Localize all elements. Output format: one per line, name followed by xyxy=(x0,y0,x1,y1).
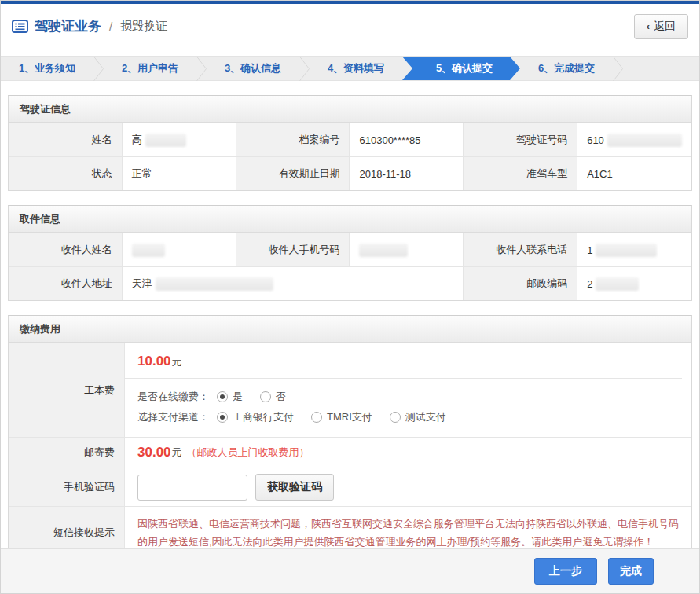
back-button-label: 返回 xyxy=(654,20,676,34)
page-title: 损毁换证 xyxy=(120,19,167,34)
radio-unchecked-icon[interactable] xyxy=(311,412,322,423)
field-value-recipient-name xyxy=(123,233,236,266)
steps-bar: 1、业务须知 2、用户申告 3、确认信息 4、资料填写 5、确认提交 6、完成提… xyxy=(1,56,699,81)
step-5-confirm-submit-active[interactable]: 5、确认提交 xyxy=(402,57,520,80)
step-separator-icon xyxy=(196,57,207,80)
radio-label: 是 xyxy=(233,390,243,404)
redaction-blur xyxy=(156,277,273,291)
field-label-postage: 邮寄费 xyxy=(9,438,125,468)
table-row: 收件人地址 天津 邮政编码 2 xyxy=(9,266,691,300)
field-value-contact-phone: 1 xyxy=(577,233,691,266)
footer-action-bar: 上一步 完成 xyxy=(1,548,699,593)
sms-code-content: 获取验证码 xyxy=(125,468,691,506)
redaction-blur xyxy=(596,244,657,257)
field-value-status: 正常 xyxy=(123,157,236,190)
fee-row-production: 工本费 10.00元 是否在线缴费： 是 否 选择支付渠道： xyxy=(9,343,691,437)
chevron-left-icon: ‹ xyxy=(647,20,650,32)
field-value-postal-code: 2 xyxy=(577,267,691,300)
redaction-blur xyxy=(132,244,165,257)
radio-channel-tmri[interactable]: TMRI支付 xyxy=(311,410,372,424)
field-value-expiry: 2018-11-18 xyxy=(350,157,464,190)
table-row: 收件人姓名 收件人手机号码 收件人联系电话 1 xyxy=(9,233,691,266)
value-text: 天津 xyxy=(132,277,152,291)
field-value-vehicle-type: A1C1 xyxy=(577,157,691,190)
step-6-finish-submit[interactable]: 6、完成提交 xyxy=(520,57,613,80)
field-label-vehicle-type: 准驾车型 xyxy=(464,157,577,190)
step-4-fill-material[interactable]: 4、资料填写 xyxy=(310,57,402,80)
finish-button[interactable]: 完成 xyxy=(608,558,654,585)
step-3-confirm-info[interactable]: 3、确认信息 xyxy=(207,57,299,80)
radio-online-pay-no[interactable]: 否 xyxy=(260,390,286,404)
section-title: 取件信息 xyxy=(9,206,691,233)
back-button[interactable]: ‹ 返回 xyxy=(634,14,688,39)
fee-row-sms-code: 手机验证码 获取验证码 xyxy=(9,468,691,506)
radio-label: 工商银行支付 xyxy=(233,410,294,424)
production-fee-amount: 10.00元 xyxy=(125,343,682,379)
field-label-status: 状态 xyxy=(9,157,123,190)
table-row: 姓名 高 档案编号 610300****85 驾驶证号码 610 xyxy=(9,123,691,156)
field-label-expiry: 有效期止日期 xyxy=(236,157,350,190)
section-pickup-info: 取件信息 收件人姓名 收件人手机号码 收件人联系电话 1 收件人地址 天津 邮政… xyxy=(8,205,692,301)
field-label-postal-code: 邮政编码 xyxy=(464,267,577,300)
postage-fee-content: 30.00元 （邮政人员上门收取费用） xyxy=(125,438,691,468)
sms-code-input[interactable] xyxy=(137,475,247,500)
fee-amount-number: 30.00 xyxy=(137,445,171,460)
field-label-recipient-mobile: 收件人手机号码 xyxy=(236,233,350,266)
value-text: 1 xyxy=(587,244,592,256)
radio-unchecked-icon[interactable] xyxy=(390,412,401,423)
fee-row-postage: 邮寄费 30.00元 （邮政人员上门收取费用） xyxy=(9,437,691,468)
fee-unit: 元 xyxy=(172,446,182,460)
step-label: 4、资料填写 xyxy=(328,61,384,75)
step-label: 5、确认提交 xyxy=(436,61,493,75)
page: 驾驶证业务 / 损毁换证 ‹ 返回 1、业务须知 2、用户申告 3、确认信息 4… xyxy=(0,0,700,594)
field-value-name: 高 xyxy=(123,123,236,156)
redaction-blur xyxy=(607,134,682,147)
breadcrumb: 驾驶证业务 / 损毁换证 xyxy=(12,17,167,35)
pay-channel-label: 选择支付渠道： xyxy=(137,410,209,424)
steps-filler xyxy=(623,57,699,80)
value-text: 2018-11-18 xyxy=(359,168,411,180)
section-title: 驾驶证信息 xyxy=(9,96,691,123)
radio-label: 否 xyxy=(276,390,286,404)
previous-step-button[interactable]: 上一步 xyxy=(534,558,597,585)
field-label-recipient-name: 收件人姓名 xyxy=(9,233,123,266)
section-license-info: 驾驶证信息 姓名 高 档案编号 610300****85 驾驶证号码 610 状… xyxy=(8,95,692,191)
pay-channel-option-line: 选择支付渠道： 工商银行支付 TMRI支付 测试支付 xyxy=(137,407,691,427)
radio-unchecked-icon[interactable] xyxy=(260,391,271,402)
header: 驾驶证业务 / 损毁换证 ‹ 返回 xyxy=(1,4,699,50)
field-label-address: 收件人地址 xyxy=(9,267,123,300)
radio-channel-test[interactable]: 测试支付 xyxy=(390,410,446,424)
radio-channel-icbc[interactable]: 工商银行支付 xyxy=(217,410,294,424)
step-label: 2、用户申告 xyxy=(122,61,178,75)
value-text: 正常 xyxy=(132,167,152,181)
step-label: 3、确认信息 xyxy=(225,61,281,75)
field-value-recipient-mobile xyxy=(350,233,464,266)
field-label-name: 姓名 xyxy=(9,123,123,156)
value-text: 2 xyxy=(587,278,592,290)
breadcrumb-separator: / xyxy=(108,20,114,33)
step-1-business-notice[interactable]: 1、业务须知 xyxy=(1,57,93,80)
field-label-contact-phone: 收件人联系电话 xyxy=(464,233,577,266)
step-label: 6、完成提交 xyxy=(538,61,595,75)
radio-online-pay-yes[interactable]: 是 xyxy=(217,390,243,404)
field-value-license-no: 610 xyxy=(577,123,691,156)
radio-checked-icon[interactable] xyxy=(217,391,228,402)
field-value-address: 天津 xyxy=(123,267,464,300)
field-label-production-fee: 工本费 xyxy=(9,343,125,437)
form-list-icon xyxy=(12,20,28,33)
value-text: 610300****85 xyxy=(359,134,420,146)
production-fee-content: 10.00元 是否在线缴费： 是 否 选择支付渠道： 工商银行支付 TMRI支付 xyxy=(125,343,691,437)
field-label-file-no: 档案编号 xyxy=(236,123,350,156)
postage-note: （邮政人员上门收取费用） xyxy=(187,446,310,460)
value-text: 高 xyxy=(132,133,142,147)
fee-amount-number: 10.00 xyxy=(137,354,171,368)
step-2-user-declare[interactable]: 2、用户申告 xyxy=(104,57,196,80)
section-fees: 缴纳费用 工本费 10.00元 是否在线缴费： 是 否 选择支付 xyxy=(8,315,692,559)
redaction-blur xyxy=(596,277,639,291)
table-row: 状态 正常 有效期止日期 2018-11-18 准驾车型 A1C1 xyxy=(9,156,691,190)
fee-unit: 元 xyxy=(172,356,182,368)
get-code-button[interactable]: 获取验证码 xyxy=(255,474,334,500)
online-pay-option-line: 是否在线缴费： 是 否 xyxy=(137,387,691,407)
radio-checked-icon[interactable] xyxy=(217,412,228,423)
field-label-license-no: 驾驶证号码 xyxy=(464,123,577,156)
